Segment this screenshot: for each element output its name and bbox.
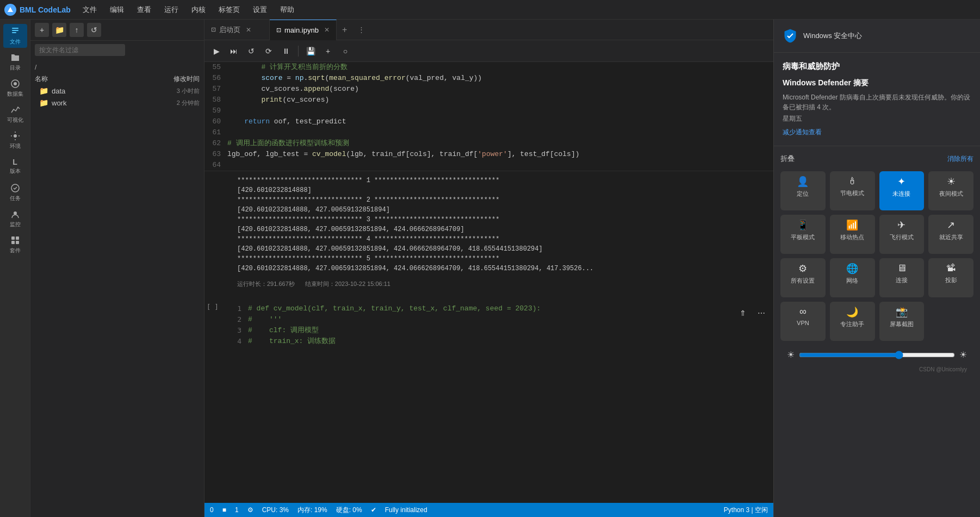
sidebar-item-file[interactable]: 文件 [3, 24, 27, 48]
qs-network-label: 网络 [846, 277, 858, 285]
less-notify-link[interactable]: 减少通知查看 [783, 128, 971, 137]
new-folder-btn[interactable]: 📁 [52, 23, 66, 37]
qs-clear[interactable]: 消除所有 [947, 154, 973, 164]
qs-item-night[interactable]: ☀ 夜间模式 [928, 171, 973, 210]
sidebar: 文件 目录 数据集 可视化 环境 L 版本 任务 监控 [0, 20, 30, 517]
sidebar-item-directory[interactable]: 目录 [3, 50, 27, 74]
next-line-num-1: 1 [232, 303, 248, 314]
upload-btn[interactable]: ↑ [70, 23, 84, 37]
next-line-4-content: # train_x: 训练数据 [248, 336, 731, 347]
save-btn[interactable]: 💾 [303, 43, 318, 59]
tab-main[interactable]: ⊡ main.ipynb ✕ [270, 20, 337, 40]
menu-edit[interactable]: 编辑 [104, 3, 129, 17]
file-item-name-work: work [52, 99, 66, 107]
svg-point-5 [14, 82, 17, 85]
more-btn[interactable]: ○ [338, 43, 353, 59]
menu-run[interactable]: 运行 [159, 3, 184, 17]
qs-item-airplane[interactable]: ✈ 飞行模式 [879, 215, 925, 254]
cell-more-btn[interactable]: ⋯ [754, 306, 769, 321]
code-line-56: 56 score = np.sqrt(mean_squared_error(va… [204, 73, 773, 84]
qs-item-bluetooth[interactable]: ✦ 未连接 [879, 171, 925, 210]
sidebar-item-visualize[interactable]: 可视化 [3, 102, 27, 126]
sidebar-item-env[interactable]: 环境 [3, 128, 27, 152]
next-line-num-3: 3 [232, 325, 248, 336]
qs-item-location[interactable]: 👤 定位 [780, 171, 826, 210]
menu-view[interactable]: 查看 [132, 3, 157, 17]
qs-item-focus[interactable]: 🌙 专注助手 [830, 302, 875, 341]
file-filter-container [30, 41, 204, 59]
connect-icon: 🖥 [897, 263, 907, 274]
restart-btn[interactable]: ⟳ [261, 43, 276, 59]
file-filter-input[interactable] [35, 44, 125, 56]
new-file-btn[interactable]: + [35, 23, 49, 37]
sidebar-item-task[interactable]: 任务 [3, 180, 27, 204]
menu-settings[interactable]: 设置 [247, 3, 272, 17]
output-line-8: ******************************** 5 *****… [237, 254, 773, 264]
add-cell-btn[interactable]: + [320, 43, 336, 59]
file-panel: + 📁 ↑ ↺ / 名称 修改时间 📁 data 3 小时前 📁 work 2 … [30, 20, 204, 517]
run-all-btn[interactable]: ⏭ [226, 43, 241, 59]
qs-item-screenshot[interactable]: 📸 屏幕截图 [879, 302, 925, 341]
brightness-slider[interactable] [799, 351, 955, 359]
menu-help[interactable]: 帮助 [275, 3, 300, 17]
code-output-area[interactable]: 55 # 计算开叉积当前折的分数 56 score = np.sqrt(mean… [204, 62, 773, 503]
interrupt-btn[interactable]: ⏸ [278, 43, 294, 59]
restart-run-btn[interactable]: ↺ [244, 43, 259, 59]
output-cell: ******************************** 1 *****… [204, 171, 773, 278]
sidebar-item-monitor[interactable]: 监控 [3, 207, 27, 231]
code-line-55: 55 # 计算开叉积当前折的分数 [204, 62, 773, 73]
initialized-label: Fully initialized [385, 506, 427, 514]
qs-item-hotspot[interactable]: 📶 移动热点 [830, 215, 875, 254]
qs-bluetooth-label: 未连接 [892, 190, 910, 198]
cell-num: [ ] [207, 303, 219, 311]
cell-bracket-icon: [ ] [204, 303, 232, 311]
qs-item-vpn[interactable]: ∞ VPN [780, 302, 826, 341]
sidebar-item-dataset[interactable]: 数据集 [3, 76, 27, 100]
tab-main-label: main.ipynb [284, 26, 319, 34]
svg-rect-9 [11, 236, 15, 240]
sidebar-item-suite[interactable]: 套件 [3, 233, 27, 257]
cell-share-btn[interactable]: ⇑ [735, 306, 750, 321]
file-item-name-data: data [52, 87, 65, 95]
app-name: BML CodeLab [20, 5, 71, 14]
tab-add-btn[interactable]: + [337, 25, 352, 35]
qs-item-connect[interactable]: 🖥 连接 [879, 258, 925, 297]
line-55-content: # 计算开叉积当前折的分数 [227, 62, 773, 73]
line-num-57: 57 [204, 84, 227, 95]
tab-bar: ⊡ 启动页 ✕ ⊡ main.ipynb ✕ + ⋮ [204, 20, 773, 40]
qs-item-network[interactable]: 🌐 网络 [830, 258, 875, 297]
battery-icon: 🕯 [847, 176, 857, 187]
security-panel: Windows 安全中心 病毒和威胁防护 Windows Defender 摘要… [773, 20, 980, 517]
menu-tabs[interactable]: 标签页 [213, 3, 245, 17]
file-item-time-data: 3 小时前 [177, 87, 200, 95]
check-icon: ✔ [371, 506, 376, 514]
qs-item-project[interactable]: 📽 投影 [928, 258, 973, 297]
tab-main-close[interactable]: ✕ [324, 26, 330, 34]
refresh-btn[interactable]: ↺ [87, 23, 101, 37]
brightness-high-icon: ☀ [959, 350, 967, 360]
qs-item-tablet[interactable]: 📱 平板模式 [780, 215, 826, 254]
sidebar-item-version[interactable]: L 版本 [3, 154, 27, 178]
tab-startup-close[interactable]: ✕ [246, 26, 251, 34]
qs-item-nearby[interactable]: ↗ 就近共享 [928, 215, 973, 254]
menu-file[interactable]: 文件 [77, 3, 102, 17]
brightness-low-icon: ☀ [787, 350, 795, 360]
tab-startup[interactable]: ⊡ 启动页 ✕ [204, 20, 270, 40]
menu-kernel[interactable]: 内核 [186, 3, 211, 17]
quick-settings: 折叠 消除所有 👤 定位 🕯 节电模式 ✦ 未连接 ☀ [774, 146, 980, 379]
qs-item-settings[interactable]: ⚙ 所有设置 [780, 258, 826, 297]
qs-item-battery[interactable]: 🕯 节电模式 [830, 171, 875, 210]
cell-separator [204, 290, 773, 299]
file-tree-item-work[interactable]: 📁 work 2 分钟前 [30, 97, 204, 109]
line-num-55: 55 [204, 62, 227, 73]
cpu-label: CPU: 3% [262, 506, 289, 514]
file-tree-item-data[interactable]: 📁 data 3 小时前 [30, 85, 204, 97]
run-btn[interactable]: ▶ [209, 43, 224, 59]
tablet-icon: 📱 [797, 219, 809, 231]
file-item-time-work: 2 分钟前 [177, 99, 200, 107]
line-num-56: 56 [204, 73, 227, 84]
tab-more-btn[interactable]: ⋮ [352, 26, 370, 34]
qs-airplane-label: 飞行模式 [890, 233, 914, 241]
runtime-label: 运行时长：291.667秒 [237, 281, 295, 287]
airplane-icon: ✈ [897, 219, 905, 231]
